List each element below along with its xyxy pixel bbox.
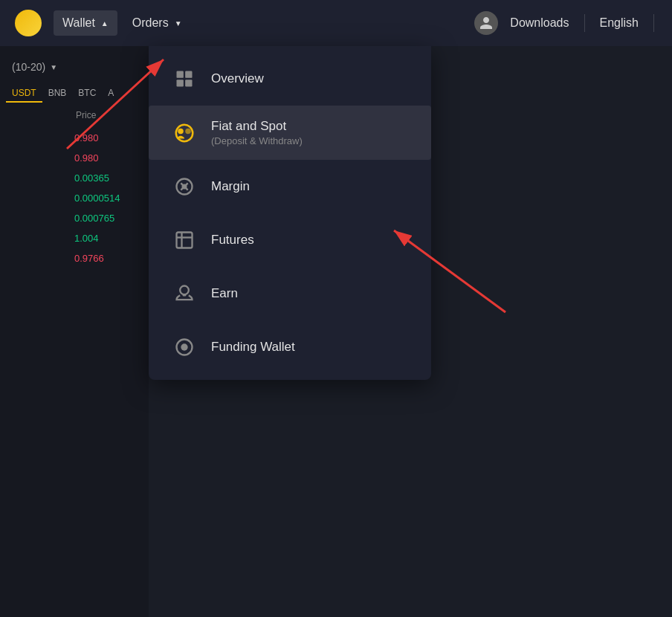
svg-point-17: [181, 343, 187, 350]
coin-list-header: Price: [0, 106, 149, 125]
coin-name: [9, 172, 74, 184]
english-nav-item[interactable]: English: [591, 10, 647, 36]
coin-row[interactable]: 0.00365: [0, 168, 149, 188]
svg-rect-0: [177, 71, 184, 78]
earn-text: Earn: [211, 286, 238, 301]
svg-point-10: [182, 184, 187, 190]
fiat-spot-text: Fiat and Spot (Deposit & Withdraw): [211, 119, 303, 146]
downloads-nav-item[interactable]: Downloads: [501, 10, 578, 36]
svg-rect-11: [177, 233, 193, 248]
svg-point-6: [185, 128, 191, 134]
dropdown-margin[interactable]: Margin: [149, 160, 431, 213]
earn-icon: [171, 280, 198, 307]
funding-label: Funding Wallet: [211, 340, 295, 355]
fiat-spot-sublabel: (Deposit & Withdraw): [211, 135, 303, 146]
coin-price: 0.980: [74, 132, 140, 143]
header-col1: [9, 110, 73, 120]
tab-btc[interactable]: BTC: [72, 85, 102, 103]
header-price: Price: [76, 110, 140, 120]
futures-icon: [171, 227, 198, 253]
margin-text: Margin: [211, 179, 250, 194]
dropdown-overview[interactable]: Overview: [149, 52, 431, 106]
coin-row[interactable]: 0.000765: [0, 208, 149, 228]
coin-name: [9, 213, 74, 224]
coin-name: [9, 193, 74, 204]
coin-row[interactable]: 0.980: [0, 128, 149, 148]
overview-label: Overview: [211, 71, 264, 86]
coin-name: [9, 152, 74, 164]
dropdown-futures[interactable]: Futures: [149, 213, 431, 267]
coin-price: 1.004: [74, 233, 140, 244]
coin-price: 0.9766: [74, 253, 140, 264]
coin-price: 0.000765: [74, 213, 140, 224]
nav-divider: [584, 14, 585, 32]
coin-row[interactable]: 1.004: [0, 228, 149, 248]
filter-label: (10-20): [12, 61, 45, 73]
futures-label: Futures: [211, 233, 254, 248]
coin-price: 0.0000514: [74, 193, 140, 204]
wallet-arrow-icon: ▲: [101, 19, 109, 28]
coin-row[interactable]: 0.980: [0, 148, 149, 168]
avatar-icon[interactable]: [474, 11, 498, 35]
overview-text: Overview: [211, 71, 264, 86]
svg-point-4: [176, 124, 193, 141]
english-label: English: [600, 16, 639, 30]
fiat-spot-label: Fiat and Spot: [211, 119, 303, 134]
coin-price: 0.980: [74, 152, 140, 164]
nav-divider-2: [653, 14, 654, 32]
funding-icon: [171, 334, 198, 361]
earn-label: Earn: [211, 286, 238, 301]
futures-text: Futures: [211, 233, 254, 248]
coin-tabs: USDT BNB BTC A: [0, 85, 149, 103]
sidebar: (10-20) ▼ USDT BNB BTC A Price 0.980 0.9…: [0, 46, 149, 617]
svg-rect-3: [185, 80, 192, 86]
orders-arrow-icon: ▼: [175, 19, 182, 28]
orders-label: Orders: [132, 16, 169, 30]
sidebar-filter[interactable]: (10-20) ▼: [0, 55, 149, 79]
dropdown-earn[interactable]: Earn: [149, 267, 431, 320]
navbar: Wallet ▲ Orders ▼ Downloads English: [0, 0, 672, 46]
downloads-label: Downloads: [510, 16, 569, 30]
svg-rect-2: [177, 80, 184, 86]
svg-point-14: [180, 286, 189, 295]
tab-bnb[interactable]: BNB: [42, 85, 73, 103]
fiat-spot-icon: [171, 120, 198, 146]
coin-name: [9, 233, 74, 244]
filter-chevron-icon: ▼: [50, 63, 57, 71]
coin-name: [9, 132, 74, 143]
margin-label: Margin: [211, 179, 250, 194]
coin-price: 0.00365: [74, 172, 140, 184]
coin-row[interactable]: 0.0000514: [0, 188, 149, 208]
wallet-dropdown: Overview Fiat and Spot (Deposit & Withdr…: [149, 46, 431, 380]
dropdown-funding[interactable]: Funding Wallet: [149, 320, 431, 374]
margin-icon: [171, 173, 198, 200]
tab-a[interactable]: A: [102, 85, 120, 103]
dropdown-fiat-spot[interactable]: Fiat and Spot (Deposit & Withdraw): [149, 106, 431, 160]
svg-rect-1: [185, 71, 192, 78]
wallet-label: Wallet: [62, 16, 95, 30]
funding-text: Funding Wallet: [211, 340, 295, 355]
tab-usdt[interactable]: USDT: [6, 85, 42, 103]
wallet-nav-item[interactable]: Wallet ▲: [54, 10, 117, 36]
svg-point-5: [178, 128, 184, 134]
coin-row[interactable]: 0.9766: [0, 248, 149, 268]
svg-rect-15: [183, 294, 187, 297]
orders-nav-item[interactable]: Orders ▼: [123, 10, 191, 36]
coin-name: [9, 253, 74, 264]
nav-right: Downloads English: [474, 10, 657, 36]
logo-icon: [15, 10, 42, 36]
overview-icon: [171, 65, 198, 92]
